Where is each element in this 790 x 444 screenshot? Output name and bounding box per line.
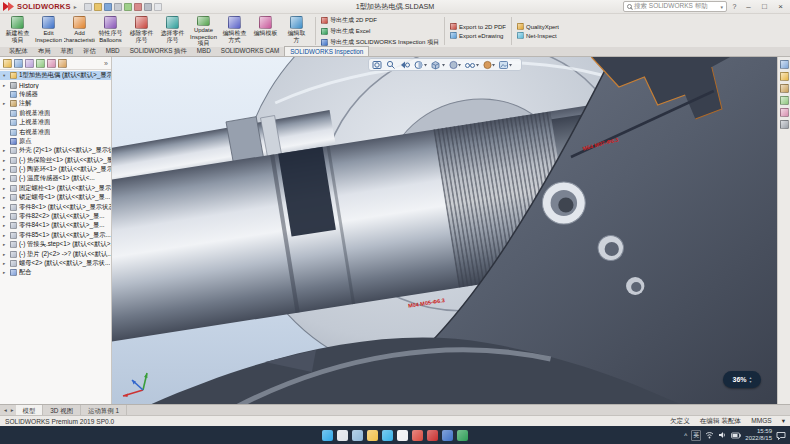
document-tab[interactable]: 3D 视图 xyxy=(43,405,81,416)
ribbon-button[interactable]: 选择零件 序号 xyxy=(157,15,188,47)
search-dropdown-icon[interactable]: ▾ xyxy=(720,4,723,10)
command-tab[interactable]: MBD xyxy=(192,46,216,56)
ribbon-button[interactable]: 编辑模板 xyxy=(250,15,281,47)
ribbon-export-item[interactable]: QualityXpert xyxy=(517,23,559,30)
tree-item[interactable]: ▸ History xyxy=(0,80,111,89)
featuremanager-icon[interactable] xyxy=(3,59,12,68)
command-tab[interactable]: SOLIDWORKS Inspection xyxy=(284,46,369,56)
zoom-percentage-badge[interactable]: 36% ▴▾ xyxy=(723,371,761,388)
command-tab[interactable]: 草图 xyxy=(55,46,78,56)
notification-icon[interactable] xyxy=(776,431,786,440)
ribbon-export-item[interactable]: Net-Inspect xyxy=(517,32,559,39)
displaymanager-icon[interactable] xyxy=(47,59,56,68)
edit-appearance-icon[interactable] xyxy=(483,61,490,68)
tree-item[interactable]: ▾ 1型加热热电偶 (默认<默认>_显示状态-1) xyxy=(0,71,111,80)
tab-scroll-right-icon[interactable]: ▸ xyxy=(9,407,16,413)
panel-expand-icon[interactable]: » xyxy=(104,60,108,67)
tree-expand-icon[interactable]: ▸ xyxy=(3,270,8,275)
ribbon-button[interactable]: 新建检查 项目 xyxy=(2,15,33,47)
ribbon-export-item[interactable]: Export to 2D PDF xyxy=(450,23,506,30)
command-tab[interactable]: 布局 xyxy=(33,46,56,56)
status-item[interactable]: 欠定义 xyxy=(670,417,690,426)
ribbon-button[interactable]: Update Inspection 项目 xyxy=(188,15,219,47)
propertymanager-icon[interactable] xyxy=(14,59,23,68)
ribbon-button[interactable]: 移除零件 序号 xyxy=(126,15,157,47)
tree-item[interactable]: ▸ (-) 温度传感器<1> (默认<... xyxy=(0,174,111,183)
view-settings-icon[interactable] xyxy=(499,61,507,68)
tree-item[interactable]: ▸ 螺母<2> (默认<<默认>_显示状... xyxy=(0,259,111,268)
tree-item[interactable]: ▸ 注解 xyxy=(0,99,111,108)
maximize-button[interactable]: □ xyxy=(758,1,771,13)
ribbon-button[interactable]: Add Characteristic xyxy=(64,15,95,47)
tree-expand-icon[interactable]: ▸ xyxy=(3,195,8,200)
document-tab[interactable]: 运动算例 1 xyxy=(81,405,127,416)
inspection-icon[interactable] xyxy=(58,59,67,68)
tree-item[interactable]: ▸ (-) 管接头.step<1> (默认<<默认>... xyxy=(0,240,111,249)
status-item[interactable]: ▾ xyxy=(782,417,785,426)
configurations-icon[interactable] xyxy=(25,59,34,68)
display-style-dropdown-icon[interactable] xyxy=(458,64,461,67)
tree-expand-icon[interactable]: ▸ xyxy=(3,101,8,106)
tree-expand-icon[interactable]: ▸ xyxy=(3,186,8,191)
tree-expand-icon[interactable]: ▸ xyxy=(3,252,8,257)
command-tab[interactable]: 评估 xyxy=(78,46,101,56)
tree-expand-icon[interactable]: ▸ xyxy=(3,148,8,153)
qat-dropdown-icon[interactable] xyxy=(154,3,162,11)
close-button[interactable]: × xyxy=(774,1,787,13)
file-explorer-icon[interactable] xyxy=(780,84,789,93)
tree-expand-icon[interactable]: ▸ xyxy=(3,176,8,181)
tree-expand-icon[interactable]: ▸ xyxy=(3,242,8,247)
custom-properties-icon[interactable] xyxy=(780,120,789,129)
tree-expand-icon[interactable]: ▸ xyxy=(3,158,8,163)
battery-icon[interactable] xyxy=(731,432,741,439)
app-green-icon[interactable] xyxy=(457,430,468,441)
appearances-icon[interactable] xyxy=(780,108,789,117)
ribbon-export-item[interactable]: Export eDrawing xyxy=(450,32,506,39)
design-library-icon[interactable] xyxy=(780,72,789,81)
tree-item[interactable]: ▸ 外壳 (2)<1> (默认<<默认>_显示状态 xyxy=(0,146,111,155)
view-orientation-dropdown-icon[interactable] xyxy=(442,64,445,67)
hide-show-dropdown-icon[interactable] xyxy=(476,64,479,67)
tree-item[interactable]: ▸ 配合 xyxy=(0,268,111,277)
tree-item[interactable]: ▸ 锁定螺母<1> (默认<<默认>_显... xyxy=(0,193,111,202)
display-style-icon[interactable] xyxy=(449,61,456,68)
search-icon[interactable] xyxy=(337,430,348,441)
tree-item[interactable]: ▸ 零件82<2> (默认<<默认>_显... xyxy=(0,212,111,221)
ribbon-export-item[interactable]: 导出生成 2D PDF xyxy=(321,16,439,25)
open-file-icon[interactable] xyxy=(94,3,102,11)
command-tab[interactable]: SOLIDWORKS CAM xyxy=(216,46,284,56)
help-button[interactable]: ? xyxy=(730,3,739,10)
app-blue-icon[interactable] xyxy=(442,430,453,441)
view-settings-dropdown-icon[interactable] xyxy=(509,64,512,67)
previous-view-icon[interactable] xyxy=(401,61,410,68)
section-view-icon[interactable] xyxy=(415,61,422,68)
dimxpert-icon[interactable] xyxy=(36,59,45,68)
edge-icon[interactable] xyxy=(382,430,393,441)
ribbon-button[interactable]: 编辑检查 方式 xyxy=(219,15,250,47)
tree-item[interactable]: ▸ 零件84<1> (默认<<默认>_显... xyxy=(0,221,111,230)
taskbar-clock[interactable]: 15:59 2022/8/15 xyxy=(745,428,772,442)
options-icon[interactable] xyxy=(144,3,152,11)
graphics-viewport[interactable]: M64 M07-Φ6.3 M04 M05-Φ6.3 36% ▴▾ xyxy=(112,57,777,404)
start-icon[interactable] xyxy=(322,430,333,441)
tree-item[interactable]: ▸ (-) 热保险丝<1> (默认<<默认>_显... xyxy=(0,156,111,165)
tree-item[interactable]: ▸ 零件85<1> (默认<<默认>_显示... xyxy=(0,231,111,240)
view-orientation-icon[interactable] xyxy=(432,61,439,69)
zoom-area-icon[interactable] xyxy=(387,61,394,68)
tree-expand-icon[interactable]: ▸ xyxy=(3,214,8,219)
tray-chevron-icon[interactable]: ^ xyxy=(684,432,687,439)
tree-expand-icon[interactable]: ▸ xyxy=(3,233,8,238)
minimize-button[interactable]: – xyxy=(742,1,755,13)
ribbon-button[interactable]: 特性序号 Balloons xyxy=(95,15,126,47)
edit-appearance-dropdown-icon[interactable] xyxy=(492,64,495,67)
tree-expand-icon[interactable]: ▸ xyxy=(3,167,8,172)
tree-expand-icon[interactable]: ▸ xyxy=(3,223,8,228)
undo-icon[interactable] xyxy=(124,3,132,11)
status-item[interactable]: MMGS xyxy=(751,417,772,426)
document-tab[interactable]: 模型 xyxy=(16,405,44,416)
tree-expand-icon[interactable]: ▸ xyxy=(3,261,8,266)
tree-item[interactable]: 原点 xyxy=(0,137,111,146)
ime-language-badge[interactable]: 英 xyxy=(691,430,701,441)
ribbon-button[interactable]: Edit Inspection xyxy=(33,15,64,47)
tree-item[interactable]: ▸ 零件8<1> (默认<<默认>_显示状态... xyxy=(0,202,111,211)
